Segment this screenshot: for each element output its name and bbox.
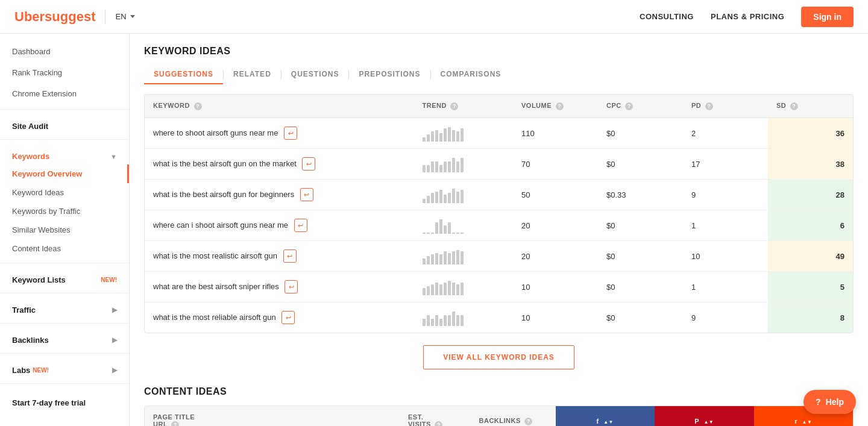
- info-icon-cpc[interactable]: ?: [625, 102, 633, 110]
- sidebar-section-keyword-lists[interactable]: Keyword Lists NEW!: [0, 268, 129, 288]
- sidebar-item-similar-websites[interactable]: Similar Websites: [12, 221, 129, 239]
- keyword-link-icon[interactable]: ↩: [281, 311, 295, 324]
- content-ideas-table: PAGE TITLEURL ? EST.VISITS ? BACKLINKS ?: [144, 406, 854, 426]
- keyword-link-icon[interactable]: ↩: [284, 127, 297, 140]
- pd-cell: 17: [683, 149, 768, 180]
- sort-arrows-pinterest[interactable]: ▲▼: [703, 420, 714, 425]
- trend-cell: [414, 180, 514, 210]
- sd-cell: 36: [768, 118, 853, 149]
- start-trial[interactable]: Start 7-day free trial: [0, 389, 129, 417]
- traffic-label: Traffic: [12, 305, 36, 315]
- sort-arrows-facebook[interactable]: ▲▼: [603, 420, 614, 425]
- pd-cell: 2: [683, 118, 768, 149]
- keyword-cell: where to shoot airsoft guns near me ↩: [145, 118, 414, 149]
- sidebar-item-keywords-by-traffic[interactable]: Keywords by Traffic: [12, 202, 129, 221]
- sparkline: [423, 309, 505, 326]
- sidebar-section-labs[interactable]: Labs NEW! ▶: [0, 359, 129, 378]
- tab-comparisons[interactable]: COMPARISONS: [431, 65, 511, 84]
- sidebar-item-content-ideas[interactable]: Content Ideas: [12, 239, 129, 258]
- tab-prepositions[interactable]: PREPOSITIONS: [349, 65, 430, 84]
- info-icon-trend[interactable]: ?: [450, 102, 458, 110]
- th-pinterest: P ▲▼: [655, 406, 754, 426]
- consulting-link[interactable]: CONSULTING: [640, 12, 694, 21]
- layout: Dashboard Rank Tracking Chrome Extension…: [0, 34, 868, 426]
- chevron-right-icon: ▶: [112, 306, 117, 314]
- sidebar-section-backlinks[interactable]: Backlinks ▶: [0, 328, 129, 348]
- lang-selector[interactable]: EN: [115, 12, 134, 21]
- sidebar: Dashboard Rank Tracking Chrome Extension…: [0, 34, 130, 426]
- sidebar-section-traffic[interactable]: Traffic ▶: [0, 298, 129, 318]
- keyword-ideas-table: KEYWORD ? TREND ? VOLUME ? CPC: [144, 94, 854, 333]
- info-icon-keyword[interactable]: ?: [194, 102, 202, 110]
- cpc-cell: $0.33: [598, 180, 683, 210]
- volume-cell: 10: [513, 302, 598, 333]
- new-badge-labs: NEW!: [33, 367, 49, 374]
- cpc-cell: $0: [598, 272, 683, 302]
- sidebar-item-dashboard[interactable]: Dashboard: [0, 41, 129, 62]
- keyword-link-icon[interactable]: ↩: [302, 157, 315, 171]
- sign-in-button[interactable]: Sign in: [801, 7, 854, 27]
- volume-cell: 20: [513, 241, 598, 272]
- view-all-keyword-ideas-button[interactable]: VIEW ALL KEYWORD IDEAS: [423, 345, 574, 369]
- sort-arrows-reddit[interactable]: ▲▼: [802, 420, 813, 425]
- table-row: what are the best airsoft sniper rifles …: [145, 272, 853, 302]
- keyword-link-icon[interactable]: ↩: [283, 249, 297, 263]
- trend-cell: [414, 272, 514, 302]
- sidebar-section-site-audit[interactable]: Site Audit: [0, 114, 129, 134]
- th-backlinks: BACKLINKS ?: [471, 406, 556, 426]
- keyword-lists-label: Keyword Lists: [12, 275, 66, 284]
- info-icon-backlinks[interactable]: ?: [524, 418, 532, 425]
- sidebar-item-rank-tracking[interactable]: Rank Tracking: [0, 62, 129, 83]
- question-mark-icon: ?: [816, 397, 821, 407]
- sd-cell: 8: [768, 302, 853, 333]
- keywords-label: Keywords: [12, 152, 49, 161]
- content-ideas-title: CONTENT IDEAS: [144, 386, 854, 397]
- th-pd: PD ?: [683, 95, 768, 118]
- chevron-right-icon2: ▶: [112, 336, 117, 344]
- sidebar-section-keywords[interactable]: Keywords ▼: [0, 145, 129, 164]
- pd-cell: 10: [683, 241, 768, 272]
- info-icon-pd[interactable]: ?: [705, 102, 713, 110]
- plans-pricing-link[interactable]: PLANS & PRICING: [711, 12, 784, 21]
- main-content: KEYWORD IDEAS SUGGESTIONS RELATED QUESTI…: [130, 34, 868, 426]
- trend-cell: [414, 241, 514, 272]
- info-icon-page[interactable]: ?: [171, 421, 179, 426]
- keyword-cell: what is the best airsoft gun for beginne…: [145, 180, 414, 210]
- volume-cell: 50: [513, 180, 598, 210]
- table-row: where to shoot airsoft guns near me ↩ 11…: [145, 118, 853, 149]
- sidebar-item-chrome-extension[interactable]: Chrome Extension: [0, 83, 129, 104]
- trend-cell: [414, 210, 514, 241]
- keyword-cell: where can i shoot airsoft guns near me ↩: [145, 210, 414, 241]
- trend-cell: [414, 302, 514, 333]
- header-nav: CONSULTING PLANS & PRICING Sign in: [640, 7, 854, 27]
- cpc-cell: $0: [598, 149, 683, 180]
- sidebar-item-keyword-overview[interactable]: Keyword Overview: [12, 164, 129, 183]
- keyword-link-icon[interactable]: ↩: [285, 280, 298, 293]
- tab-questions[interactable]: QUESTIONS: [281, 65, 349, 84]
- sd-cell: 6: [768, 210, 853, 241]
- keyword-cell: what is the most reliable airsoft gun ↩: [145, 302, 414, 333]
- view-all-wrap: VIEW ALL KEYWORD IDEAS: [144, 345, 854, 369]
- header-divider: [105, 10, 105, 24]
- info-icon-volume[interactable]: ?: [556, 102, 564, 110]
- sidebar-divider2: [0, 139, 129, 140]
- info-icon-visits[interactable]: ?: [435, 421, 442, 426]
- keyword-cell: what are the best airsoft sniper rifles …: [145, 272, 414, 302]
- info-icon-sd[interactable]: ?: [790, 102, 798, 110]
- help-button[interactable]: ? Help: [804, 390, 856, 414]
- keyword-link-icon[interactable]: ↩: [294, 219, 307, 232]
- logo: Ubersuggest: [14, 9, 95, 25]
- sidebar-divider7: [0, 383, 129, 384]
- cpc-cell: $0: [598, 210, 683, 241]
- tab-suggestions[interactable]: SUGGESTIONS: [144, 65, 223, 84]
- cpc-cell: $0: [598, 302, 683, 333]
- th-est-visits: EST.VISITS ?: [400, 406, 471, 426]
- th-volume: VOLUME ?: [513, 95, 598, 118]
- tab-related[interactable]: RELATED: [224, 65, 281, 84]
- table-row: what is the most reliable airsoft gun ↩ …: [145, 302, 853, 333]
- backlinks-label: Backlinks: [12, 336, 49, 345]
- keyword-link-icon[interactable]: ↩: [300, 188, 313, 201]
- sidebar-divider5: [0, 323, 129, 324]
- sparkline: [423, 186, 505, 203]
- sidebar-item-keyword-ideas[interactable]: Keyword Ideas: [12, 183, 129, 202]
